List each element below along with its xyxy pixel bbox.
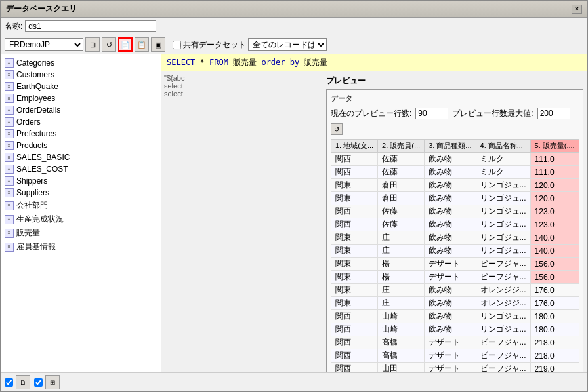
preview-section: プレビュー データ 現在のプレビュー行数: プレビュー行数最大値: ↺ xyxy=(322,71,587,372)
cell-r8-c4: 156.0 xyxy=(530,258,579,271)
name-input[interactable] xyxy=(25,20,156,32)
sidebar-item-categories[interactable]: ≡Categories xyxy=(1,57,161,69)
table-row: 関西佐藤飲み物リンゴジュ...123.0 xyxy=(331,218,579,231)
cell-r0-c3: ミルク xyxy=(476,153,530,166)
table-container: 1. 地域(文...2. 販売員(...3. 商品種類...4. 商品名称...… xyxy=(331,139,579,372)
sidebar-item-label: Categories xyxy=(16,58,54,68)
cell-r14-c4: 218.0 xyxy=(530,336,579,349)
sidebar-item-sales_basic[interactable]: ≡SALES_BASIC xyxy=(1,151,161,163)
cell-r1-c0: 関西 xyxy=(331,166,378,179)
bottom-check2[interactable] xyxy=(34,378,43,387)
sidebar-item-prefectures[interactable]: ≡Prefectures xyxy=(1,128,161,140)
cell-r0-c4: 111.0 xyxy=(530,153,579,166)
sidebar-item-shippers[interactable]: ≡Shippers xyxy=(1,175,161,187)
table-icon: ≡ xyxy=(5,165,14,174)
sidebar-item-sales[interactable]: ≡販売量 xyxy=(1,226,161,240)
bottom-check1[interactable] xyxy=(5,378,13,387)
query-line-3: select xyxy=(164,90,319,98)
grid-btn[interactable]: ⊞ xyxy=(85,37,100,52)
memory-select[interactable]: 全てのレコードはメモリに保存される xyxy=(248,38,327,51)
table-row: 関西高橋デザートビーフジャ...218.0 xyxy=(331,336,579,349)
cell-r6-c0: 関東 xyxy=(331,231,378,245)
current-rows-input[interactable] xyxy=(415,108,448,119)
cell-r5-c3: リンゴジュ... xyxy=(476,218,530,231)
table-icon: ≡ xyxy=(5,229,14,238)
cell-r7-c2: 飲み物 xyxy=(425,245,476,258)
sidebar-item-employees[interactable]: ≡Employees xyxy=(1,92,161,104)
cell-r14-c1: 高橋 xyxy=(378,336,425,349)
table-row: 関東庄飲み物オレンジジ...176.0 xyxy=(331,284,579,297)
cell-r4-c1: 佐藤 xyxy=(378,205,425,218)
table-row: 関西高橋デザートビーフジャ...218.0 xyxy=(331,349,579,363)
sidebar-item-sales_cost[interactable]: ≡SALES_COST xyxy=(1,163,161,175)
main-window: データベースクエリ × 名称: FRDemoJP ⊞ ↺ 📄 📋 ▣ 共有データ… xyxy=(0,0,588,392)
bottom-icon1[interactable]: 🗋 xyxy=(16,375,30,389)
clipboard-btn[interactable]: 📋 xyxy=(135,37,149,52)
cell-r16-c3: ビーフジャ... xyxy=(476,363,530,373)
cell-r14-c2: デザート xyxy=(425,336,476,349)
table-icon: ≡ xyxy=(5,201,14,210)
cell-r0-c0: 関西 xyxy=(331,153,378,166)
table-icon: ≡ xyxy=(5,188,14,197)
cell-r16-c4: 219.0 xyxy=(530,363,579,373)
data-group: データ 現在のプレビュー行数: プレビュー行数最大値: ↺ 1. 地域(文.. xyxy=(326,89,583,372)
col-header-5: 5. 販売量(.... xyxy=(530,140,579,153)
sidebar-item-orders[interactable]: ≡Orders xyxy=(1,116,161,128)
table-header: 1. 地域(文...2. 販売員(...3. 商品種類...4. 商品名称...… xyxy=(331,140,579,153)
check-area-2: ⊞ xyxy=(34,375,60,389)
cell-r8-c0: 関東 xyxy=(331,258,378,271)
col-header-2: 2. 販売員(... xyxy=(378,140,425,153)
cell-r5-c0: 関西 xyxy=(331,218,378,231)
sidebar-item-label: 会社部門 xyxy=(16,200,48,211)
cell-r8-c1: 楊 xyxy=(378,258,425,271)
sidebar-item-label: Customers xyxy=(16,70,54,79)
sidebar-item-customers[interactable]: ≡Customers xyxy=(1,69,161,81)
table-icon: ≡ xyxy=(5,70,14,79)
shared-dataset-check[interactable]: 共有データセット xyxy=(173,39,246,50)
cell-r15-c1: 高橋 xyxy=(378,349,425,363)
cell-r6-c2: 飲み物 xyxy=(425,231,476,245)
cell-r9-c1: 楊 xyxy=(378,271,425,284)
col-header-1: 1. 地域(文... xyxy=(331,140,378,153)
sidebar-item-products[interactable]: ≡Products xyxy=(1,140,161,151)
cell-r9-c4: 156.0 xyxy=(530,271,579,284)
dataset-select[interactable]: FRDemoJP xyxy=(5,38,83,51)
table-row: 関東倉田飲み物リンゴジュ...120.0 xyxy=(331,192,579,205)
refresh-btn[interactable]: ↺ xyxy=(331,123,343,135)
cell-r3-c1: 倉田 xyxy=(378,192,425,205)
cell-r3-c4: 120.0 xyxy=(530,192,579,205)
cell-r3-c3: リンゴジュ... xyxy=(476,192,530,205)
table-row: 関東庄飲み物オレンジジ...176.0 xyxy=(331,297,579,310)
cell-r2-c3: リンゴジュ... xyxy=(476,179,530,192)
cell-r16-c1: 山田 xyxy=(378,363,425,373)
sidebar-item-label: 生産完成状況 xyxy=(16,214,64,225)
cell-r3-c2: 飲み物 xyxy=(425,192,476,205)
cell-r11-c0: 関東 xyxy=(331,297,378,310)
sidebar-item-suppliers[interactable]: ≡Suppliers xyxy=(1,187,161,199)
view-btn[interactable]: ▣ xyxy=(151,37,165,52)
table-icon: ≡ xyxy=(5,94,14,103)
sidebar-item-orderdetails[interactable]: ≡OrderDetails xyxy=(1,104,161,116)
cell-r12-c3: リンゴジュ... xyxy=(476,310,530,323)
sidebar-item-production[interactable]: ≡生産完成状況 xyxy=(1,212,161,226)
cell-r10-c0: 関東 xyxy=(331,284,378,297)
cell-r13-c3: リンゴジュ... xyxy=(476,323,530,336)
table-row: 関東庄飲み物リンゴジュ...140.0 xyxy=(331,245,579,258)
max-rows-input[interactable] xyxy=(537,108,570,119)
cell-r3-c0: 関東 xyxy=(331,192,378,205)
name-row: 名称: xyxy=(1,18,587,35)
close-button[interactable]: × xyxy=(572,5,582,14)
sidebar-item-employee_info[interactable]: ≡雇員基情報 xyxy=(1,240,161,254)
sidebar: ≡Categories≡Customers≡EarthQuake≡Employe… xyxy=(1,54,161,372)
sidebar-item-earthquake[interactable]: ≡EarthQuake xyxy=(1,81,161,92)
cell-r5-c2: 飲み物 xyxy=(425,218,476,231)
table-row: 関西山田デザートビーフジャ...219.0 xyxy=(331,363,579,373)
document-btn[interactable]: 📄 xyxy=(118,37,133,52)
cell-r9-c0: 関東 xyxy=(331,271,378,284)
refresh-toolbar-btn[interactable]: ↺ xyxy=(102,37,116,52)
bottom-icon2[interactable]: ⊞ xyxy=(45,375,60,389)
cell-r11-c3: オレンジジ... xyxy=(476,297,530,310)
cell-r10-c3: オレンジジ... xyxy=(476,284,530,297)
sidebar-item-dept[interactable]: ≡会社部門 xyxy=(1,199,161,212)
current-rows-label: 現在のプレビュー行数: xyxy=(331,108,411,119)
